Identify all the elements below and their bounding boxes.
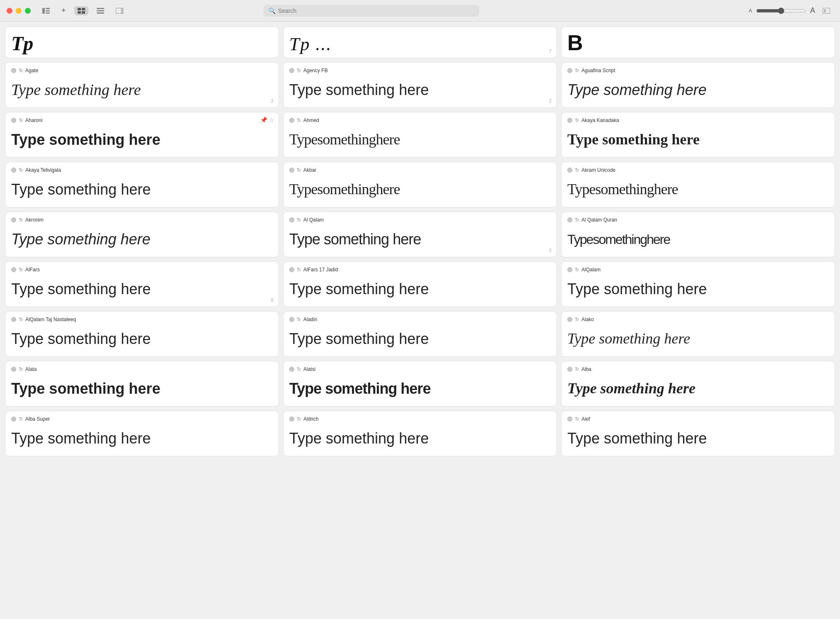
font-dot-aguafina-script — [567, 68, 572, 73]
titlebar: + 🔍 A A — [0, 0, 840, 22]
font-type-icon-aldrich: Tr — [297, 417, 301, 422]
font-card-header-agency-fb: Tr Agency FB — [289, 68, 551, 73]
font-card-agate[interactable]: Tr Agate Type something here 2 — [5, 62, 279, 108]
font-card-akbar[interactable]: Tr Akbar Typesomethinghere — [283, 162, 557, 207]
font-card-akram-unicode[interactable]: Tr Akram Unicode Typesomethinghere — [561, 162, 835, 207]
font-card-header-alba-super: Tr Alba Super — [11, 416, 273, 422]
font-actions-aharoni: 📌☆ — [260, 117, 274, 123]
font-type-icon-alba: Tr — [575, 367, 579, 372]
font-name-alba-super: Alba Super — [25, 416, 50, 422]
font-card-alqalam2[interactable]: Tr AlQalam Type something here — [561, 261, 835, 307]
font-type-icon-aladin: Tr — [297, 317, 301, 322]
font-type-icon-aguafina-script: Tr — [575, 68, 579, 73]
font-type-icon-ahmed: Tr — [297, 118, 301, 123]
font-card-partial-2[interactable]: Tp ... 7 — [283, 27, 557, 58]
svg-rect-12 — [121, 8, 123, 14]
font-card-alata[interactable]: Tr Alata Type something here — [5, 361, 279, 407]
font-card-header-alfars: Tr AlFars — [11, 267, 273, 273]
font-card-header-alef: Tr Alef — [567, 416, 829, 422]
font-card-agency-fb[interactable]: Tr Agency FB Type something here 2 — [283, 62, 557, 108]
svg-rect-13 — [823, 8, 830, 14]
font-size-small-label: A — [749, 8, 752, 14]
font-card-aharoni[interactable]: Tr Aharoni Type something here 📌☆ — [5, 112, 279, 158]
font-card-header-agate: Tr Agate — [11, 68, 273, 73]
font-card-al-qalam[interactable]: Tr Al Qalam Type something here 2 — [283, 212, 557, 257]
font-card-ahmed[interactable]: Tr Ahmed Typesomethinghere — [283, 112, 557, 158]
font-dot-akram-unicode — [567, 168, 572, 173]
font-preview-agency-fb: Type something here — [289, 77, 551, 103]
font-card-header-al-qalam-quran: Tr Al Qalam Quran — [567, 217, 829, 223]
panel-toggle-button[interactable] — [112, 6, 127, 15]
font-name-agate: Agate — [25, 68, 38, 73]
font-card-akronim[interactable]: Tr Akronim Type something here — [5, 212, 279, 257]
font-preview-aldrich: Type something here — [289, 425, 551, 452]
traffic-lights — [7, 8, 31, 14]
font-name-alata: Alata — [25, 366, 37, 372]
font-dot-alfars — [11, 267, 16, 272]
font-preview-alata: Type something here — [11, 375, 273, 402]
font-type-icon-alfars: Tr — [19, 267, 23, 272]
font-card-partial-3[interactable]: B — [561, 27, 835, 58]
maximize-button[interactable] — [25, 8, 31, 14]
font-type-icon-alqalam-taj-nastaleeq: Tr — [19, 317, 23, 322]
font-card-header-akbar: Tr Akbar — [289, 167, 551, 173]
font-card-alfars[interactable]: Tr AlFars Type something here 8 — [5, 261, 279, 307]
font-grid: Tr Agate Type something here 2 Tr Agency… — [5, 62, 835, 456]
view-options-button[interactable] — [819, 6, 833, 15]
font-card-alako[interactable]: Tr Alako Type something here — [561, 311, 835, 357]
grid-view-button[interactable] — [74, 6, 88, 15]
font-card-al-qalam-quran[interactable]: Tr Al Qalam Quran Typesomethinghere — [561, 212, 835, 257]
font-name-akaya-telivigala: Akaya Telivigala — [25, 167, 61, 173]
font-card-partial-1[interactable]: Tp — [5, 27, 279, 58]
pin-icon[interactable]: 📌 — [260, 117, 267, 123]
search-bar[interactable]: 🔍 — [264, 5, 479, 17]
minimize-button[interactable] — [16, 8, 22, 14]
font-card-header-alatsi: Tr Alatsi — [289, 366, 551, 372]
font-card-aladin[interactable]: Tr Aladin Type something here — [283, 311, 557, 357]
font-card-header-aguafina-script: Tr Aguafina Script — [567, 68, 829, 73]
font-card-alatsi[interactable]: Tr Alatsi Type something here — [283, 361, 557, 407]
font-card-akaya-kanadaka[interactable]: Tr Akaya Kanadaka Type something here — [561, 112, 835, 158]
add-button[interactable]: + — [58, 5, 69, 17]
font-preview-alatsi: Type something here — [289, 375, 551, 402]
font-card-alba-super[interactable]: Tr Alba Super Type something here — [5, 411, 279, 456]
font-card-aguafina-script[interactable]: Tr Aguafina Script Type something here — [561, 62, 835, 108]
font-card-alfars-17-jadid[interactable]: Tr AlFars 17 Jadid Type something here — [283, 261, 557, 307]
font-card-alqalam-taj-nastaleeq[interactable]: Tr AlQalam Taj Nastaleeq Type something … — [5, 311, 279, 357]
font-name-alfars-17-jadid: AlFars 17 Jadid — [303, 267, 338, 273]
font-name-alfars: AlFars — [25, 267, 40, 273]
font-preview-akaya-kanadaka: Type something here — [567, 127, 829, 153]
font-type-icon-agate: Tr — [19, 68, 23, 73]
font-type-icon-alatsi: Tr — [297, 367, 301, 372]
font-card-header-ahmed: Tr Ahmed — [289, 117, 551, 123]
svg-rect-4 — [78, 8, 81, 10]
svg-rect-2 — [46, 10, 50, 11]
font-card-alba[interactable]: Tr Alba Type something here — [561, 361, 835, 407]
font-card-header-alako: Tr Alako — [567, 317, 829, 322]
font-dot-akbar — [289, 168, 294, 173]
font-dot-alqalam2 — [567, 267, 572, 272]
font-card-header-akram-unicode: Tr Akram Unicode — [567, 167, 829, 173]
font-type-icon-alfars-17-jadid: Tr — [297, 267, 301, 272]
font-card-aldrich[interactable]: Tr Aldrich Type something here — [283, 411, 557, 456]
font-preview-al-qalam: Type something here — [289, 226, 551, 253]
close-button[interactable] — [7, 8, 12, 14]
search-input[interactable] — [278, 7, 474, 14]
font-preview-alef: Type something here — [567, 425, 829, 452]
font-card-header-alqalam-taj-nastaleeq: Tr AlQalam Taj Nastaleeq — [11, 317, 273, 322]
star-icon[interactable]: ☆ — [269, 117, 274, 123]
svg-rect-8 — [97, 8, 104, 9]
font-dot-alef — [567, 417, 572, 422]
font-type-icon-agency-fb: Tr — [297, 68, 301, 73]
sidebar-toggle-button[interactable] — [39, 6, 53, 15]
svg-rect-5 — [82, 8, 85, 10]
svg-rect-0 — [42, 8, 45, 14]
svg-rect-3 — [46, 12, 50, 14]
font-preview-alfars-17-jadid: Type something here — [289, 276, 551, 302]
list-view-button[interactable] — [93, 6, 107, 15]
font-card-alef[interactable]: Tr Alef Type something here — [561, 411, 835, 456]
font-type-icon-alqalam2: Tr — [575, 267, 579, 272]
font-name-alba: Alba — [581, 366, 591, 372]
font-size-slider[interactable] — [756, 7, 806, 14]
font-card-akaya-telivigala[interactable]: Tr Akaya Telivigala Type something here — [5, 162, 279, 207]
